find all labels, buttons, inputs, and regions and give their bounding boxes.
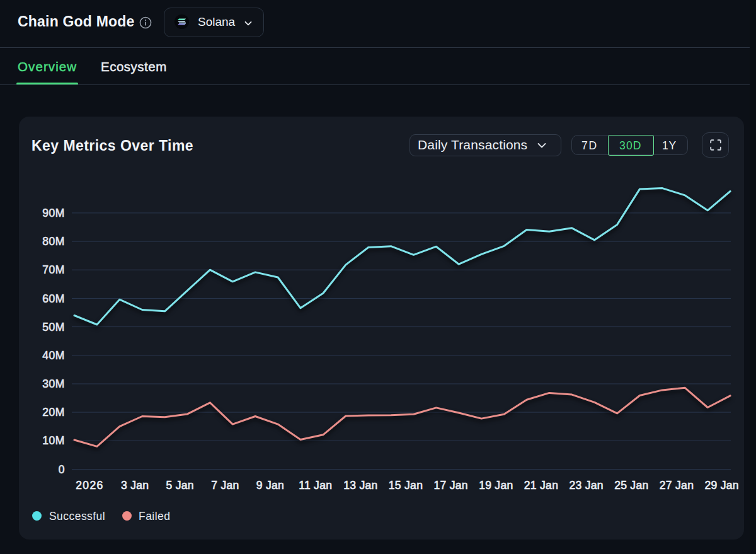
svg-text:2026: 2026	[76, 479, 103, 492]
svg-text:5 Jan: 5 Jan	[166, 479, 194, 492]
svg-text:17 Jan: 17 Jan	[434, 479, 468, 492]
svg-text:30M: 30M	[42, 378, 65, 390]
svg-text:Successful: Successful	[49, 510, 105, 522]
svg-text:Failed: Failed	[139, 510, 170, 522]
svg-text:11 Jan: 11 Jan	[299, 479, 332, 492]
svg-text:70M: 70M	[42, 263, 65, 276]
svg-text:23 Jan: 23 Jan	[570, 479, 604, 492]
svg-text:3 Jan: 3 Jan	[121, 479, 149, 492]
svg-text:80M: 80M	[42, 235, 65, 248]
svg-text:0: 0	[59, 463, 65, 476]
svg-text:20M: 20M	[42, 406, 65, 418]
svg-text:21 Jan: 21 Jan	[524, 479, 558, 492]
svg-text:19 Jan: 19 Jan	[479, 479, 513, 492]
svg-text:10M: 10M	[42, 434, 65, 447]
svg-text:90M: 90M	[42, 207, 65, 219]
svg-text:60M: 60M	[42, 292, 65, 305]
svg-text:40M: 40M	[42, 349, 65, 362]
svg-text:7 Jan: 7 Jan	[211, 479, 239, 492]
svg-text:25 Jan: 25 Jan	[614, 479, 648, 492]
svg-text:13 Jan: 13 Jan	[343, 479, 377, 492]
svg-text:9 Jan: 9 Jan	[256, 479, 284, 492]
svg-text:50M: 50M	[42, 321, 65, 333]
svg-text:27 Jan: 27 Jan	[660, 479, 694, 492]
svg-text:15 Jan: 15 Jan	[389, 479, 423, 492]
svg-text:29 Jan: 29 Jan	[704, 479, 738, 492]
